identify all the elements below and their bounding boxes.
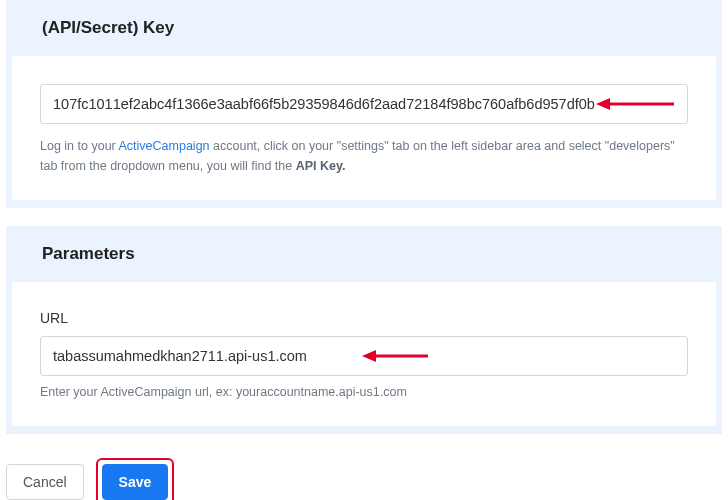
api-key-input[interactable] xyxy=(40,84,688,124)
api-key-help-pre: Log in to your xyxy=(40,139,119,153)
parameters-header: Parameters xyxy=(6,226,722,282)
api-key-input-wrap xyxy=(40,84,688,124)
url-help: Enter your ActiveCampaign url, ex: youra… xyxy=(40,382,688,402)
api-key-body: Log in to your ActiveCampaign account, c… xyxy=(12,56,716,200)
parameters-panel: Parameters URL Enter your ActiveCampaign… xyxy=(6,226,722,434)
parameters-title: Parameters xyxy=(42,244,686,264)
api-key-help-bold: API Key. xyxy=(296,159,346,173)
save-button[interactable]: Save xyxy=(102,464,169,500)
activecampaign-link[interactable]: ActiveCampaign xyxy=(119,139,210,153)
form-footer: Cancel Save xyxy=(0,452,728,500)
url-input[interactable] xyxy=(40,336,688,376)
api-key-panel: (API/Secret) Key Log in to your ActiveCa… xyxy=(6,0,722,208)
parameters-body: URL Enter your ActiveCampaign url, ex: y… xyxy=(12,282,716,426)
save-highlight-annotation: Save xyxy=(96,458,175,500)
api-key-header: (API/Secret) Key xyxy=(6,0,722,56)
api-key-title: (API/Secret) Key xyxy=(42,18,686,38)
url-input-wrap xyxy=(40,336,688,376)
url-label: URL xyxy=(40,310,688,326)
cancel-button[interactable]: Cancel xyxy=(6,464,84,500)
api-key-help: Log in to your ActiveCampaign account, c… xyxy=(40,136,688,176)
